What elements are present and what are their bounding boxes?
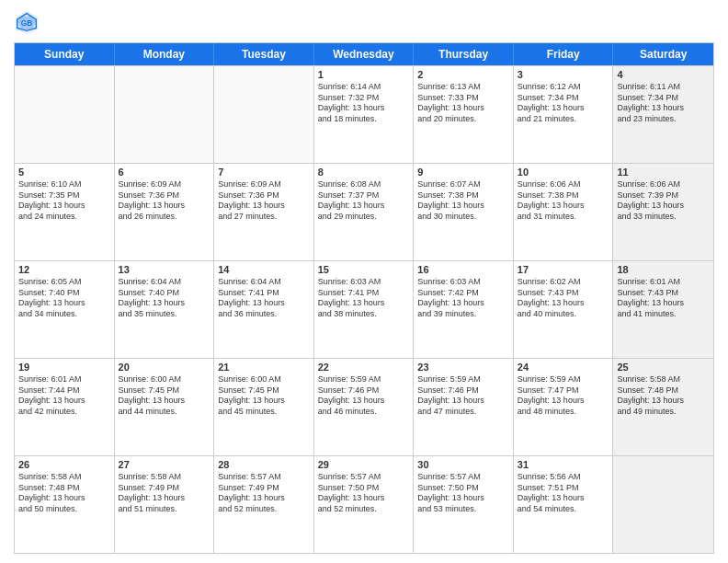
cell-info: Sunrise: 5:57 AM Sunset: 7:50 PM Dayligh… (318, 472, 410, 515)
cell-info: Sunrise: 6:13 AM Sunset: 7:33 PM Dayligh… (417, 82, 509, 125)
calendar-cell: 30Sunrise: 5:57 AM Sunset: 7:50 PM Dayli… (414, 456, 514, 553)
calendar-cell: 29Sunrise: 5:57 AM Sunset: 7:50 PM Dayli… (314, 456, 415, 553)
calendar-cell: 15Sunrise: 6:03 AM Sunset: 7:41 PM Dayli… (314, 261, 415, 358)
cell-info: Sunrise: 6:14 AM Sunset: 7:32 PM Dayligh… (318, 82, 410, 125)
day-number: 29 (318, 459, 410, 470)
weekday-header-thursday: Thursday (414, 43, 514, 65)
cell-info: Sunrise: 5:59 AM Sunset: 7:46 PM Dayligh… (417, 374, 509, 418)
calendar-cell: 18Sunrise: 6:01 AM Sunset: 7:43 PM Dayli… (613, 261, 713, 358)
day-number: 22 (318, 362, 410, 373)
day-number: 9 (417, 167, 509, 178)
cell-info: Sunrise: 5:56 AM Sunset: 7:51 PM Dayligh… (518, 472, 609, 515)
calendar-cell: 4Sunrise: 6:11 AM Sunset: 7:34 PM Daylig… (613, 66, 713, 163)
day-number: 4 (617, 69, 710, 80)
cell-info: Sunrise: 6:03 AM Sunset: 7:41 PM Dayligh… (318, 277, 410, 320)
day-number: 8 (318, 167, 410, 178)
cell-info: Sunrise: 6:12 AM Sunset: 7:34 PM Dayligh… (518, 82, 609, 125)
cell-info: Sunrise: 6:10 AM Sunset: 7:35 PM Dayligh… (18, 179, 110, 223)
calendar-week-2: 5Sunrise: 6:10 AM Sunset: 7:35 PM Daylig… (15, 163, 713, 260)
weekday-header-saturday: Saturday (613, 43, 713, 65)
calendar-week-1: 1Sunrise: 6:14 AM Sunset: 7:32 PM Daylig… (15, 65, 713, 163)
calendar-cell: 2Sunrise: 6:13 AM Sunset: 7:33 PM Daylig… (414, 66, 514, 163)
weekday-header-monday: Monday (115, 43, 215, 65)
calendar-cell: 16Sunrise: 6:03 AM Sunset: 7:42 PM Dayli… (414, 261, 514, 358)
weekday-header-wednesday: Wednesday (314, 43, 415, 65)
weekday-header-sunday: Sunday (15, 43, 115, 65)
calendar-cell: 25Sunrise: 5:58 AM Sunset: 7:48 PM Dayli… (613, 359, 713, 455)
cell-info: Sunrise: 6:01 AM Sunset: 7:44 PM Dayligh… (18, 374, 110, 418)
cell-info: Sunrise: 6:08 AM Sunset: 7:37 PM Dayligh… (318, 179, 410, 223)
calendar-week-5: 26Sunrise: 5:58 AM Sunset: 7:48 PM Dayli… (15, 455, 713, 553)
calendar-cell (115, 66, 215, 163)
day-number: 18 (617, 264, 710, 275)
day-number: 5 (18, 167, 110, 178)
cell-info: Sunrise: 6:04 AM Sunset: 7:41 PM Dayligh… (218, 277, 310, 320)
calendar-cell: 21Sunrise: 6:00 AM Sunset: 7:45 PM Dayli… (214, 359, 314, 455)
day-number: 14 (218, 264, 310, 275)
cell-info: Sunrise: 6:06 AM Sunset: 7:39 PM Dayligh… (617, 179, 710, 223)
day-number: 24 (518, 362, 609, 373)
calendar-cell: 10Sunrise: 6:06 AM Sunset: 7:38 PM Dayli… (514, 164, 614, 260)
header: GB (14, 9, 714, 35)
calendar-cell: 14Sunrise: 6:04 AM Sunset: 7:41 PM Dayli… (214, 261, 314, 358)
calendar-cell: 12Sunrise: 6:05 AM Sunset: 7:40 PM Dayli… (15, 261, 115, 358)
calendar-cell: 7Sunrise: 6:09 AM Sunset: 7:36 PM Daylig… (214, 164, 314, 260)
day-number: 28 (218, 459, 310, 470)
svg-text:GB: GB (21, 18, 33, 28)
calendar-header: SundayMondayTuesdayWednesdayThursdayFrid… (15, 43, 713, 65)
calendar-cell: 9Sunrise: 6:07 AM Sunset: 7:38 PM Daylig… (414, 164, 514, 260)
calendar-cell: 22Sunrise: 5:59 AM Sunset: 7:46 PM Dayli… (314, 359, 415, 455)
cell-info: Sunrise: 5:58 AM Sunset: 7:48 PM Dayligh… (617, 374, 710, 418)
calendar-cell: 19Sunrise: 6:01 AM Sunset: 7:44 PM Dayli… (15, 359, 115, 455)
calendar-cell (214, 66, 314, 163)
calendar-cell: 3Sunrise: 6:12 AM Sunset: 7:34 PM Daylig… (514, 66, 614, 163)
day-number: 15 (318, 264, 410, 275)
day-number: 2 (417, 69, 509, 80)
day-number: 31 (518, 459, 609, 470)
cell-info: Sunrise: 5:57 AM Sunset: 7:50 PM Dayligh… (417, 472, 509, 515)
day-number: 13 (119, 264, 210, 275)
calendar-cell: 27Sunrise: 5:58 AM Sunset: 7:49 PM Dayli… (115, 456, 215, 553)
day-number: 11 (617, 167, 710, 178)
day-number: 16 (417, 264, 509, 275)
cell-info: Sunrise: 6:04 AM Sunset: 7:40 PM Dayligh… (119, 277, 210, 320)
logo-icon: GB (14, 9, 40, 35)
calendar-body: 1Sunrise: 6:14 AM Sunset: 7:32 PM Daylig… (15, 65, 713, 553)
calendar-cell (15, 66, 115, 163)
calendar-cell: 23Sunrise: 5:59 AM Sunset: 7:46 PM Dayli… (414, 359, 514, 455)
calendar-cell: 17Sunrise: 6:02 AM Sunset: 7:43 PM Dayli… (514, 261, 614, 358)
day-number: 3 (518, 69, 609, 80)
cell-info: Sunrise: 6:00 AM Sunset: 7:45 PM Dayligh… (218, 374, 310, 418)
day-number: 10 (518, 167, 609, 178)
calendar-cell: 11Sunrise: 6:06 AM Sunset: 7:39 PM Dayli… (613, 164, 713, 260)
cell-info: Sunrise: 6:01 AM Sunset: 7:43 PM Dayligh… (617, 277, 710, 320)
day-number: 12 (18, 264, 110, 275)
cell-info: Sunrise: 6:09 AM Sunset: 7:36 PM Dayligh… (218, 179, 310, 223)
cell-info: Sunrise: 6:11 AM Sunset: 7:34 PM Dayligh… (617, 82, 710, 125)
calendar-cell: 26Sunrise: 5:58 AM Sunset: 7:48 PM Dayli… (15, 456, 115, 553)
cell-info: Sunrise: 6:02 AM Sunset: 7:43 PM Dayligh… (518, 277, 609, 320)
day-number: 23 (417, 362, 509, 373)
calendar-cell (613, 456, 713, 553)
cell-info: Sunrise: 6:06 AM Sunset: 7:38 PM Dayligh… (518, 179, 609, 223)
logo: GB (14, 9, 43, 35)
cell-info: Sunrise: 6:05 AM Sunset: 7:40 PM Dayligh… (18, 277, 110, 320)
cell-info: Sunrise: 5:59 AM Sunset: 7:46 PM Dayligh… (318, 374, 410, 418)
calendar-cell: 13Sunrise: 6:04 AM Sunset: 7:40 PM Dayli… (115, 261, 215, 358)
day-number: 1 (318, 69, 410, 80)
calendar-cell: 8Sunrise: 6:08 AM Sunset: 7:37 PM Daylig… (314, 164, 415, 260)
day-number: 25 (617, 362, 710, 373)
weekday-header-tuesday: Tuesday (214, 43, 314, 65)
cell-info: Sunrise: 5:58 AM Sunset: 7:48 PM Dayligh… (18, 472, 110, 515)
day-number: 17 (518, 264, 609, 275)
cell-info: Sunrise: 5:59 AM Sunset: 7:47 PM Dayligh… (518, 374, 609, 418)
calendar-cell: 5Sunrise: 6:10 AM Sunset: 7:35 PM Daylig… (15, 164, 115, 260)
calendar-cell: 28Sunrise: 5:57 AM Sunset: 7:49 PM Dayli… (214, 456, 314, 553)
calendar-week-3: 12Sunrise: 6:05 AM Sunset: 7:40 PM Dayli… (15, 260, 713, 358)
day-number: 7 (218, 167, 310, 178)
page: GB SundayMondayTuesdayWednesdayThursdayF… (0, 0, 728, 563)
day-number: 21 (218, 362, 310, 373)
calendar: SundayMondayTuesdayWednesdayThursdayFrid… (14, 42, 714, 554)
cell-info: Sunrise: 6:00 AM Sunset: 7:45 PM Dayligh… (119, 374, 210, 418)
cell-info: Sunrise: 5:57 AM Sunset: 7:49 PM Dayligh… (218, 472, 310, 515)
